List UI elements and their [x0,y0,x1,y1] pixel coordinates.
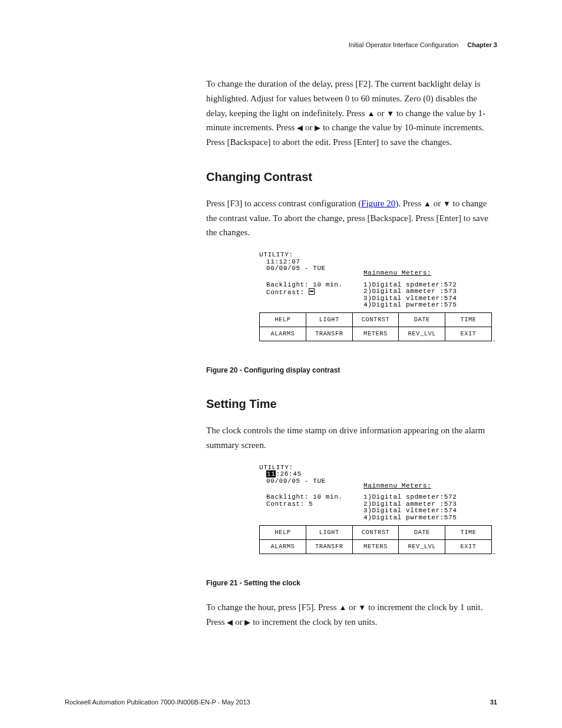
figure-21-screen: UTILITY: 11:26:45 00/09/05 - TUE Mainmen… [259,465,497,554]
left-triangle-icon: ◀ [297,121,303,134]
softkey-transfr[interactable]: TRANSFR [306,327,353,341]
screen-mainmenu: Mainmenu Meters: [363,270,431,277]
heading-changing-contrast: Changing Contrast [206,167,497,187]
down-triangle-icon: ▼ [386,107,394,120]
softkey-row-1: HELP LIGHT CONTRST DATE TIME [259,312,492,327]
softkey-meters[interactable]: METERS [353,327,399,341]
up-triangle-icon: ▲ [424,197,431,210]
header-chapter: Chapter 3 [467,41,497,48]
right-triangle-icon: ▶ [315,121,320,134]
softkey-revlvl[interactable]: REV_LVL [399,327,445,341]
softkey-row-2: ALARMS TRANSFR METERS REV_LVL EXIT [259,327,492,341]
softkey-help[interactable]: HELP [259,525,306,540]
cursor-icon [309,288,315,295]
softkey-date[interactable]: DATE [399,312,445,327]
figure-21-caption: Figure 21 - Setting the clock [206,578,497,589]
page-footer: Rockwell Automation Publication 7000-IN0… [0,699,562,706]
link-figure-20[interactable]: Figure 20 [361,199,395,208]
screen-meters-list: 1)Digital spdmeter:572 2)Digital ammeter… [363,282,457,309]
up-triangle-icon: ▲ [367,107,375,120]
footer-publication: Rockwell Automation Publication 7000-IN0… [65,699,250,706]
screen-contrast: Contrast: [266,288,363,297]
left-triangle-icon: ◀ [227,616,233,628]
page-header: Initial Operator Interface Configuration… [349,41,497,48]
screen-date: 00/09/05 - TUE [266,265,363,277]
header-section: Initial Operator Interface Configuration [349,41,459,48]
screen-backlight: Backlight: 10 min. [266,282,363,289]
softkey-time[interactable]: TIME [445,525,492,540]
down-triangle-icon: ▼ [358,601,366,614]
screen-mainmenu: Mainmenu Meters: [363,483,431,490]
softkey-row-1: HELP LIGHT CONTRST DATE TIME [259,525,492,540]
screen-date: 00/09/05 - TUE [266,478,363,490]
screen-contrast: Contrast: 5 [266,501,363,508]
paragraph-contrast: Press [F3] to access contrast configurat… [206,196,497,240]
footer-page-number: 31 [490,699,497,706]
softkey-alarms[interactable]: ALARMS [259,327,306,341]
softkey-time[interactable]: TIME [445,312,492,327]
softkey-exit[interactable]: EXIT [445,327,492,341]
softkey-row-2: ALARMS TRANSFR METERS REV_LVL EXIT [259,540,492,554]
up-triangle-icon: ▲ [339,601,346,614]
figure-20-screen: UTILITY: 11:12:07 00/09/05 - TUE Mainmen… [259,252,497,341]
softkey-contrst[interactable]: CONTRST [353,312,399,327]
softkey-light[interactable]: LIGHT [306,525,353,540]
softkey-revlvl[interactable]: REV_LVL [399,540,445,554]
screen-meters-list: 1)Digital spdmeter:572 2)Digital ammeter… [363,494,457,521]
softkey-light[interactable]: LIGHT [306,312,353,327]
heading-setting-time: Setting Time [206,394,497,414]
softkey-date[interactable]: DATE [399,525,445,540]
screen-title: UTILITY: [259,252,497,259]
softkey-exit[interactable]: EXIT [445,540,492,554]
softkey-alarms[interactable]: ALARMS [259,540,306,554]
softkey-transfr[interactable]: TRANSFR [306,540,353,554]
softkey-meters[interactable]: METERS [353,540,399,554]
paragraph-delay: To change the duration of the delay, pre… [206,77,497,150]
paragraph-clock-intro: The clock controls the time stamp on dri… [206,423,497,453]
softkey-help[interactable]: HELP [259,312,306,327]
softkey-contrst[interactable]: CONTRST [353,525,399,540]
figure-20-caption: Figure 20 - Configuring display contrast [206,365,497,377]
down-triangle-icon: ▼ [443,197,451,210]
paragraph-change-hour: To change the hour, press [F5]. Press ▲ … [206,600,497,630]
right-triangle-icon: ▶ [244,616,250,628]
